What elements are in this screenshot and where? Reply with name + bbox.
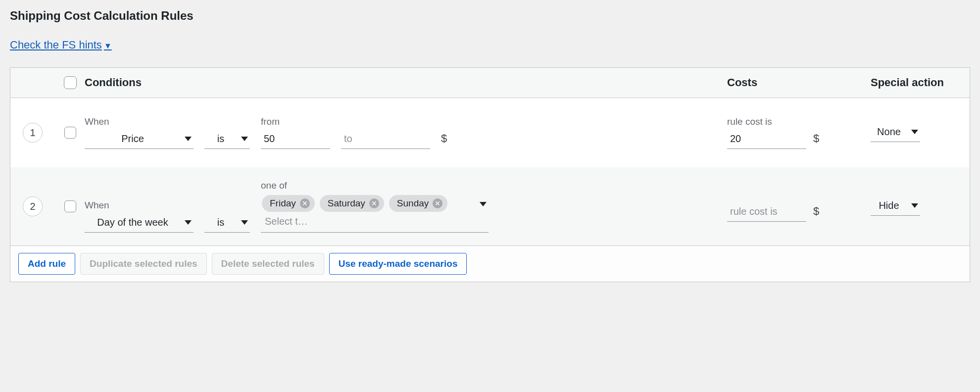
to-input[interactable] — [341, 130, 430, 149]
rule-select-checkbox[interactable] — [64, 127, 76, 139]
cost-input[interactable] — [727, 203, 806, 222]
add-rule-button[interactable]: Add rule — [18, 253, 75, 275]
multiselect-tags[interactable]: Friday ✕ Saturday ✕ Sunday ✕ Se — [261, 194, 489, 233]
chevron-down-icon: ▼ — [104, 42, 112, 50]
select-all-checkbox[interactable] — [64, 76, 77, 89]
close-icon[interactable]: ✕ — [433, 198, 442, 208]
operator-select[interactable]: is — [204, 214, 250, 233]
operator-select[interactable]: is — [204, 130, 250, 149]
chevron-down-icon — [185, 137, 192, 141]
special-action-select[interactable]: None — [871, 123, 920, 142]
special-action-value: None — [874, 126, 904, 138]
one-of-label: one of — [261, 180, 489, 191]
when-label: When — [85, 116, 194, 127]
currency-symbol: $ — [441, 132, 447, 149]
table-row: 1 When Price i — [10, 98, 970, 167]
duplicate-rules-button[interactable]: Duplicate selected rules — [80, 253, 207, 275]
table-row: 2 When Day of the week — [10, 167, 970, 245]
fs-hints-text: Check the FS hints — [10, 39, 102, 51]
when-select[interactable]: Day of the week — [85, 214, 194, 233]
tag: Sunday ✕ — [389, 195, 447, 212]
when-label: When — [85, 200, 194, 211]
multiselect-placeholder: Select t… — [262, 216, 308, 227]
delete-rules-button[interactable]: Delete selected rules — [212, 253, 324, 275]
when-value: Price — [88, 133, 178, 145]
operator-value: is — [207, 133, 234, 145]
currency-symbol: $ — [813, 205, 819, 222]
when-select[interactable]: Price — [85, 130, 194, 149]
from-label: from — [261, 116, 330, 127]
table-footer: Add rule Duplicate selected rules Delete… — [10, 245, 970, 282]
col-special: Special action — [871, 76, 970, 89]
currency-symbol: $ — [813, 132, 819, 149]
chevron-down-icon — [241, 220, 248, 225]
ready-scenarios-button[interactable]: Use ready-made scenarios — [329, 253, 467, 275]
tag: Saturday ✕ — [320, 195, 384, 212]
fs-hints-link[interactable]: Check the FS hints▼ — [10, 39, 112, 51]
close-icon[interactable]: ✕ — [300, 198, 310, 208]
rule-index: 1 — [23, 123, 43, 143]
col-conditions: Conditions — [85, 76, 727, 89]
tag-label: Saturday — [328, 198, 365, 209]
from-input[interactable] — [261, 130, 330, 149]
page-title: Shipping Cost Calculation Rules — [10, 9, 970, 23]
chevron-down-icon — [241, 137, 248, 141]
close-icon[interactable]: ✕ — [369, 198, 379, 208]
when-value: Day of the week — [88, 217, 178, 228]
tag: Friday ✕ — [262, 195, 315, 212]
rule-index: 2 — [23, 196, 43, 216]
rules-table: Conditions Costs Special action 1 When P… — [10, 67, 970, 282]
cost-label: rule cost is — [727, 116, 871, 127]
rule-select-checkbox[interactable] — [64, 200, 76, 212]
chevron-down-icon — [911, 130, 918, 134]
chevron-down-icon — [911, 203, 918, 208]
chevron-down-icon — [185, 220, 192, 225]
cost-input[interactable] — [727, 130, 806, 149]
special-action-value: Hide — [874, 200, 904, 211]
tag-label: Sunday — [397, 198, 429, 209]
chevron-down-icon — [480, 202, 487, 206]
special-action-select[interactable]: Hide — [871, 197, 920, 216]
table-header: Conditions Costs Special action — [10, 68, 970, 98]
operator-value: is — [207, 217, 234, 228]
tag-label: Friday — [270, 198, 296, 209]
col-costs: Costs — [727, 76, 871, 89]
